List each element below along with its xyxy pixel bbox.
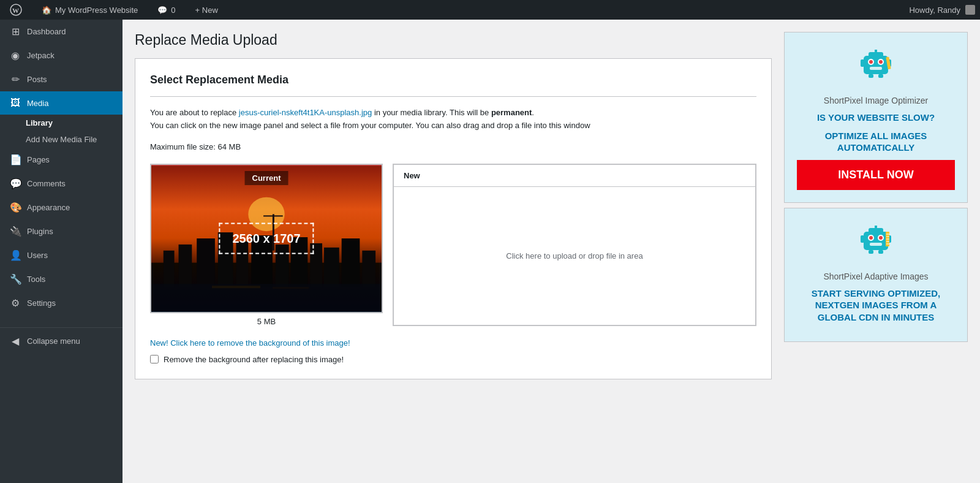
svg-text:W: W <box>12 7 19 14</box>
comments-button[interactable]: 💬 0 <box>153 0 180 20</box>
svg-rect-29 <box>870 67 882 70</box>
avatar[interactable] <box>965 5 975 15</box>
sidebar-item-comments[interactable]: 💬 Comments <box>0 172 123 196</box>
robot-icon-2 <box>858 221 894 264</box>
plugins-icon: 🔌 <box>10 226 21 237</box>
site-name-button[interactable]: 🏠 My WordPress Website <box>37 0 143 20</box>
dimensions-overlay: 2560 x 1707 <box>219 222 314 254</box>
comments-icon: 💬 <box>10 178 21 189</box>
new-image-panel[interactable]: New Click here to upload or drop file in… <box>393 164 756 326</box>
svg-rect-45 <box>869 250 873 254</box>
users-icon: 👤 <box>10 249 21 261</box>
sidebar-item-label: Settings <box>27 299 56 308</box>
sidebar-item-settings[interactable]: ⚙ Settings <box>0 291 123 315</box>
ad2-title: ShortPixel Adaptive Images <box>823 272 928 281</box>
svg-point-27 <box>869 60 873 64</box>
media-icon: 🖼 <box>10 97 21 108</box>
svg-rect-22 <box>864 56 888 74</box>
checkbox-label[interactable]: Remove the background after replacing th… <box>164 355 344 364</box>
shortpixel-adaptive-ad: ShortPixel Adaptive Images START SERVING… <box>784 208 968 343</box>
sidebar-item-label: Tools <box>27 275 45 284</box>
svg-rect-24 <box>875 50 877 53</box>
sidebar-item-label: Jetpack <box>27 51 55 60</box>
howdy-text: Howdy, Randy <box>909 6 960 15</box>
svg-rect-37 <box>875 226 877 229</box>
library-label: Library <box>26 118 53 127</box>
comments-count: 0 <box>171 6 175 15</box>
home-icon: 🏠 <box>42 6 51 15</box>
ad2-headline: START SERVING OPTIMIZED, NEXTGEN IMAGES … <box>797 287 955 324</box>
sidebar-item-label: Plugins <box>27 227 53 236</box>
robot-icon-1 <box>858 45 894 88</box>
permanent-text: permanent <box>491 108 532 117</box>
checkbox-row: Remove the background after replacing th… <box>150 355 756 364</box>
shortpixel-optimizer-ad: ShortPixel Image Optimizer IS YOUR WEBSI… <box>784 32 968 203</box>
sidebar-item-label: Media <box>27 99 48 108</box>
tools-icon: 🔧 <box>10 273 21 285</box>
collapse-label: Collapse menu <box>27 337 80 346</box>
dropzone-text: Click here to upload or drop file in are… <box>506 251 643 261</box>
dropzone[interactable]: Click here to upload or drop file in are… <box>394 187 755 325</box>
sidebar-item-label: Pages <box>27 155 50 164</box>
pages-icon: 📄 <box>10 154 21 165</box>
new-panel-label: New <box>394 165 755 187</box>
add-new-label: Add New Media File <box>26 135 97 144</box>
sidebar-sub-library[interactable]: Library <box>0 115 123 131</box>
sidebar-item-plugins[interactable]: 🔌 Plugins <box>0 219 123 243</box>
sidebar-item-label: Comments <box>27 179 66 188</box>
sidebar-item-posts[interactable]: ✏ Posts <box>0 67 123 91</box>
svg-rect-19 <box>151 284 382 311</box>
card-title: Select Replacement Media <box>150 74 756 97</box>
description-text: You are about to replace jesus-curiel-ns… <box>150 107 756 132</box>
new-content-button[interactable]: + New <box>190 0 223 20</box>
sidebar-item-users[interactable]: 👤 Users <box>0 243 123 267</box>
site-name-label: My WordPress Website <box>55 6 138 15</box>
bg-remove-checkbox[interactable] <box>150 355 159 363</box>
page-title: Replace Media Upload <box>135 32 772 48</box>
svg-rect-30 <box>861 59 864 67</box>
appearance-icon: 🎨 <box>10 202 21 213</box>
wp-logo-button[interactable]: W <box>5 0 27 20</box>
svg-rect-42 <box>870 243 882 246</box>
desc-line2: You can click on the new image panel and… <box>150 121 590 130</box>
current-filesize: 5 MB <box>257 317 276 326</box>
svg-rect-33 <box>878 74 883 78</box>
sidebar: ⊞ Dashboard ◉ Jetpack ✏ Posts 🖼 Media Li… <box>0 20 123 483</box>
svg-point-41 <box>879 236 883 240</box>
sidebar-item-pages[interactable]: 📄 Pages <box>0 148 123 172</box>
svg-rect-15 <box>342 238 360 287</box>
sidebar-item-tools[interactable]: 🔧 Tools <box>0 267 123 291</box>
admin-bar: W 🏠 My WordPress Website 💬 0 + New Howdy… <box>0 0 980 20</box>
bg-remove-link[interactable]: New! Click here to remove the background… <box>150 338 756 348</box>
desc-after: in your media library. This will be <box>372 108 491 117</box>
collapse-icon: ◀ <box>10 335 21 347</box>
sidebar-item-label: Dashboard <box>27 27 66 36</box>
install-now-button[interactable]: INSTALL NOW <box>797 160 955 190</box>
sidebar-item-dashboard[interactable]: ⊞ Dashboard <box>0 20 123 44</box>
sidebar-sub-add-new[interactable]: Add New Media File <box>0 131 123 148</box>
dashboard-icon: ⊞ <box>10 26 21 37</box>
sidebar-item-label: Users <box>27 251 48 260</box>
current-image-panel: Current <box>150 164 383 313</box>
svg-point-28 <box>879 60 883 64</box>
svg-rect-21 <box>273 287 309 289</box>
new-label: + New <box>195 6 218 15</box>
replace-media-card: Select Replacement Media You are about t… <box>135 58 772 379</box>
current-label: Current <box>245 171 288 185</box>
sidebar-item-jetpack[interactable]: ◉ Jetpack <box>0 44 123 67</box>
svg-rect-18 <box>263 215 283 216</box>
svg-rect-46 <box>878 250 883 254</box>
max-file-size-text: Maximum file size: 64 MB <box>150 142 756 151</box>
filename-link[interactable]: jesus-curiel-nskeft4t1KA-unsplash.jpg <box>239 108 372 117</box>
ad1-subheadline: OPTIMIZE ALL IMAGES AUTOMATICALLY <box>797 130 955 154</box>
svg-rect-6 <box>179 244 192 286</box>
sidebar-ads: ShortPixel Image Optimizer IS YOUR WEBSI… <box>784 20 980 483</box>
collapse-menu-button[interactable]: ◀ Collapse menu <box>0 327 123 353</box>
svg-rect-32 <box>869 74 873 78</box>
posts-icon: ✏ <box>10 74 21 85</box>
svg-rect-35 <box>864 232 888 250</box>
settings-icon: ⚙ <box>10 297 21 309</box>
sidebar-item-media[interactable]: 🖼 Media <box>0 91 123 115</box>
sidebar-item-appearance[interactable]: 🎨 Appearance <box>0 196 123 219</box>
upload-panels: Current <box>150 164 756 326</box>
